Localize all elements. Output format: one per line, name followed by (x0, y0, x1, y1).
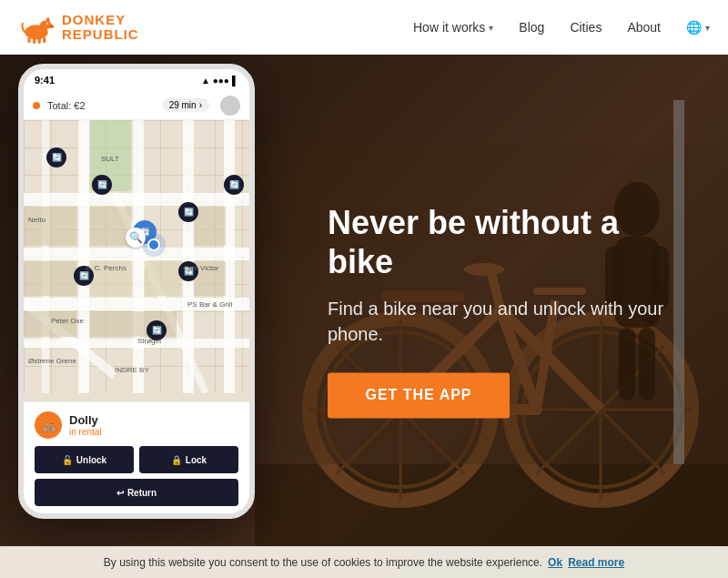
lock-open-icon: 🔓 (62, 455, 73, 465)
return-button[interactable]: ↩ Return (35, 479, 238, 506)
map-search-button[interactable]: 🔍 (126, 228, 146, 248)
get-app-button[interactable]: GET THE APP (328, 372, 510, 418)
chevron-down-icon: ▾ (489, 23, 493, 33)
map-label-ostren: Østrene Grene (28, 357, 76, 365)
bike-rental-status: in rental (69, 427, 102, 437)
svg-rect-3 (27, 36, 30, 42)
unlock-button[interactable]: 🔓 Unlock (35, 446, 134, 473)
map-label-psbar: PS Bar & Grill (187, 300, 232, 309)
bike-details: Dolly in rental (69, 413, 102, 437)
cookie-banner: By using this website you consent to the… (0, 546, 728, 578)
chevron-down-icon-lang: ▾ (705, 23, 710, 33)
svg-rect-47 (90, 207, 131, 246)
status-icons: ▲ ●●● ▌ (201, 76, 238, 86)
user-location-dot (147, 238, 160, 251)
svg-point-8 (46, 22, 48, 24)
map-pin[interactable]: 🔄 (224, 175, 244, 195)
lock-closed-icon: 🔒 (171, 455, 182, 465)
map-label-perchs: A. C. Perchs (86, 264, 126, 272)
map-pin[interactable]: 🔄 (46, 147, 66, 167)
svg-rect-42 (224, 120, 235, 393)
navbar: DONKEY REPUBLIC How it works ▾ Blog Citi… (0, 0, 728, 55)
trip-dot-icon (33, 102, 40, 109)
phone-bottom-panel: 🚲 Dolly in rental 🔓 Unlock 🔒 (24, 401, 249, 513)
bike-icon: 🚲 (35, 411, 62, 439)
cookie-read-more-link[interactable]: Read more (568, 556, 624, 569)
cookie-message: By using this website you consent to the… (104, 556, 542, 569)
map-label-cafe: Cafe Victor (183, 264, 218, 272)
cookie-ok-button[interactable]: Ok (548, 556, 562, 569)
chevron-icon: › (199, 100, 202, 110)
svg-rect-49 (24, 261, 76, 296)
svg-rect-6 (43, 36, 46, 42)
donkey-logo-icon (18, 12, 55, 44)
svg-rect-4 (33, 37, 35, 43)
signal-icon: ●●● (213, 76, 229, 86)
hero-title: Never be without a bike (328, 203, 673, 281)
svg-rect-51 (194, 207, 226, 246)
map-area[interactable]: 🔄 🔄 🔄 🔄 🔄 🔄 🔄 🔄 SULT Netto A. C. Perchs … (24, 120, 249, 393)
map-pin[interactable]: 🔄 (92, 175, 112, 195)
trip-total: Total: €2 (47, 100, 86, 111)
nav-links: How it works ▾ Blog Cities About 🌐 ▾ (413, 20, 710, 35)
hero-section: 9:41 ▲ ●●● ▌ Total: €2 29 min › (0, 0, 728, 578)
status-time: 9:41 (35, 75, 55, 86)
trip-bar: Total: €2 29 min › (24, 91, 249, 120)
logo[interactable]: DONKEY REPUBLIC (18, 12, 139, 44)
logo-donkey: DONKEY (62, 13, 139, 28)
battery-icon: ▌ (232, 76, 238, 86)
svg-rect-5 (38, 37, 41, 43)
phone-mockup: 9:41 ▲ ●●● ▌ Total: €2 29 min › (18, 64, 255, 519)
nav-language[interactable]: 🌐 ▾ (686, 20, 710, 35)
bike-info: 🚲 Dolly in rental (35, 411, 238, 439)
phone-screen: 9:41 ▲ ●●● ▌ Total: €2 29 min › (24, 69, 249, 513)
trip-avatar (220, 96, 240, 116)
nav-how-it-works[interactable]: How it works ▾ (413, 20, 493, 35)
nav-blog[interactable]: Blog (519, 20, 544, 35)
svg-point-1 (40, 20, 52, 29)
svg-point-7 (49, 24, 54, 27)
action-buttons: 🔓 Unlock 🔒 Lock (35, 446, 238, 473)
map-label-stroget: Strøget (137, 337, 161, 345)
phone-frame: 9:41 ▲ ●●● ▌ Total: €2 29 min › (18, 64, 255, 519)
logo-republic: REPUBLIC (62, 27, 139, 43)
nav-cities[interactable]: Cities (570, 20, 602, 35)
map-label-sult: SULT (101, 155, 119, 163)
svg-rect-48 (145, 261, 181, 296)
svg-rect-34 (673, 100, 684, 464)
return-icon: ↩ (116, 488, 124, 498)
wifi-icon: ▲ (201, 76, 210, 86)
map-label-netto: Netto (28, 216, 46, 224)
svg-point-2 (46, 17, 50, 23)
hero-subtitle: Find a bike near you and unlock with you… (328, 296, 673, 347)
map-label-peter: Peter Oxe (51, 317, 84, 325)
logo-text: DONKEY REPUBLIC (62, 13, 139, 43)
map-label-indre: INDRE BY (115, 366, 149, 374)
map-pin[interactable]: 🔄 (178, 202, 198, 222)
bike-name: Dolly (69, 413, 102, 427)
svg-rect-46 (24, 207, 76, 246)
globe-icon: 🌐 (686, 20, 702, 35)
status-bar: 9:41 ▲ ●●● ▌ (24, 69, 249, 91)
hero-content: Never be without a bike Find a bike near… (328, 203, 673, 418)
lock-button[interactable]: 🔒 Lock (139, 446, 238, 473)
trip-time: 29 min › (162, 98, 209, 112)
nav-about[interactable]: About (627, 20, 661, 35)
